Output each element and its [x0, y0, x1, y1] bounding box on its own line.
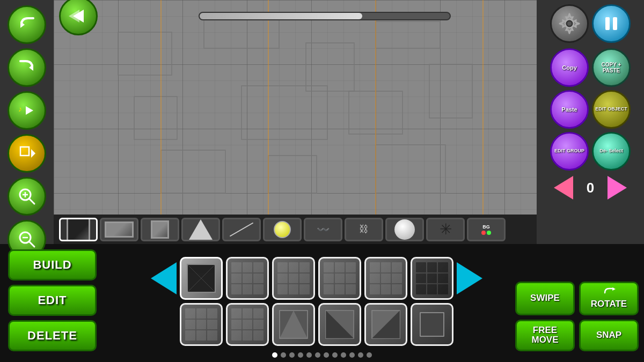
free-move-button[interactable]: FREE MOVE: [515, 320, 575, 351]
cell-grid-1-2: [231, 262, 264, 294]
object-grid: [150, 257, 483, 346]
tab-diagonal[interactable]: [222, 218, 261, 241]
redo-button[interactable]: [8, 48, 46, 87]
svg-rect-22: [20, 147, 29, 156]
object-cell-2-5[interactable]: [364, 303, 407, 346]
tab-circle-icon: [274, 221, 291, 238]
tab-wavy[interactable]: 〰️: [304, 218, 342, 241]
bottom-right-buttons: SWIPE ROTATE FREE MOVE SNAP: [515, 282, 639, 351]
grid-nav-right[interactable]: [457, 262, 482, 294]
object-cell-2-1[interactable]: [180, 303, 223, 346]
cell-grid-1-5: [370, 262, 402, 294]
paste-button[interactable]: Paste: [550, 90, 589, 129]
object-cell-2-6[interactable]: [411, 303, 453, 346]
page-dot-7[interactable]: [324, 352, 329, 358]
bottom-panel: BUILD EDIT DELETE: [0, 244, 644, 362]
pause-button[interactable]: [592, 4, 631, 43]
editor-canvas[interactable]: [54, 0, 537, 244]
svg-rect-2: [54, 0, 537, 244]
deselect-button[interactable]: De- Select: [592, 132, 631, 171]
cell-grid-2-1: [185, 308, 217, 341]
edit-group-button[interactable]: EDIT GROUP: [550, 132, 589, 171]
delete-button[interactable]: DELETE: [8, 320, 97, 351]
svg-rect-36: [605, 17, 610, 30]
build-button[interactable]: BUILD: [8, 249, 97, 280]
tab-small-square[interactable]: [141, 218, 179, 241]
page-dot-4[interactable]: [298, 352, 303, 358]
tab-square[interactable]: [59, 218, 98, 241]
scroll-left-button[interactable]: [59, 0, 98, 35]
grid-nav-left[interactable]: [151, 262, 177, 294]
svg-line-25: [29, 198, 34, 204]
swipe-button[interactable]: SWIPE: [515, 282, 575, 315]
object-cell-1-1[interactable]: [180, 257, 223, 300]
svg-rect-49: [420, 313, 444, 336]
object-cell-1-4[interactable]: [318, 257, 361, 300]
page-dot-8[interactable]: [332, 352, 338, 358]
bottom-left-buttons: BUILD EDIT DELETE: [8, 249, 105, 351]
tab-bg-label: BG: [482, 224, 490, 230]
page-dot-3[interactable]: [289, 352, 295, 358]
scroll-fill: [200, 13, 362, 19]
left-toolbar: ♪: [0, 0, 54, 244]
object-cell-2-2[interactable]: [226, 303, 269, 346]
svg-line-29: [29, 241, 34, 247]
object-cell-1-2[interactable]: [226, 257, 269, 300]
object-cell-1-3[interactable]: [272, 257, 315, 300]
tab-triangle[interactable]: [181, 218, 220, 241]
svg-text:♪: ♪: [18, 105, 22, 113]
rotate-button[interactable]: ROTATE: [579, 282, 639, 315]
copy-paste-label: COPY + PASTE: [594, 62, 629, 73]
paste-label: Paste: [561, 106, 577, 113]
object-cell-2-4[interactable]: [318, 303, 361, 346]
tab-bar: 〰️ ⛓ ✳ BG: [54, 215, 537, 244]
scroll-track[interactable]: [199, 12, 451, 20]
tab-bg[interactable]: BG: [467, 218, 506, 241]
cell-grid-1-3: [277, 262, 310, 294]
tab-rect-icon: [105, 221, 134, 238]
object-cell-2-3[interactable]: [272, 303, 315, 346]
counter-value: 0: [580, 180, 601, 196]
svg-marker-21: [26, 106, 33, 115]
edit-button[interactable]: EDIT: [8, 285, 97, 316]
page-dot-1[interactable]: [272, 352, 277, 358]
page-dot-12[interactable]: [367, 352, 372, 358]
tab-spiky[interactable]: ✳: [426, 218, 465, 241]
zoom-in-button[interactable]: [8, 177, 46, 216]
object-cell-1-6[interactable]: [411, 257, 453, 300]
snap-button[interactable]: SNAP: [579, 320, 639, 351]
copy-button[interactable]: Copy: [550, 48, 589, 87]
page-dot-10[interactable]: [349, 352, 355, 358]
counter-right-button[interactable]: [608, 176, 627, 200]
edit-group-label: EDIT GROUP: [554, 149, 584, 154]
cell-grid-1-6: [416, 262, 448, 294]
tab-diagonal-icon: [230, 222, 253, 237]
page-dot-9[interactable]: [341, 352, 346, 358]
deselect-label: De- Select: [599, 149, 623, 154]
copy-paste-button[interactable]: COPY + PASTE: [592, 48, 631, 87]
tab-square-icon: [67, 218, 90, 241]
edit-object-button[interactable]: EDIT OBJECT: [592, 90, 631, 129]
svg-marker-32: [69, 10, 79, 23]
page-dots: [272, 352, 372, 358]
undo-button[interactable]: [8, 5, 46, 44]
object-grid-row-2: [150, 303, 483, 346]
play-music-button[interactable]: ♪: [8, 91, 46, 130]
page-dot-5[interactable]: [306, 352, 312, 358]
tab-rect[interactable]: [100, 218, 138, 241]
tab-triangle-icon: [189, 219, 213, 240]
page-dot-6[interactable]: [315, 352, 320, 358]
object-grid-row-1: [150, 257, 483, 300]
tab-wavy-icon: 〰️: [317, 223, 330, 236]
move-tool-button[interactable]: [8, 134, 46, 173]
object-cell-1-5[interactable]: [364, 257, 407, 300]
page-dot-11[interactable]: [358, 352, 363, 358]
settings-button[interactable]: [550, 4, 589, 43]
tab-white-circle[interactable]: [385, 218, 424, 241]
counter-left-button[interactable]: [554, 176, 573, 200]
tab-circle[interactable]: [263, 218, 302, 241]
page-dot-2[interactable]: [281, 352, 286, 358]
tab-chain[interactable]: ⛓: [345, 218, 383, 241]
tab-chain-icon: ⛓: [359, 224, 369, 235]
tab-small-square-icon: [151, 220, 169, 239]
